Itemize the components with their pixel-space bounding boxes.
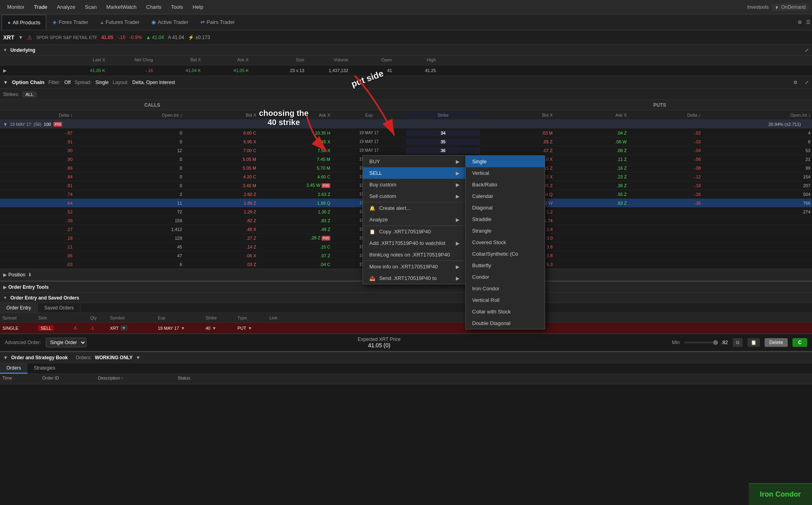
symbol-name[interactable]: XRT	[3, 34, 14, 41]
position-chevron[interactable]: ▶	[3, 272, 7, 278]
sub-strangle[interactable]: Strangle	[466, 225, 545, 237]
position-icon[interactable]: ⬇	[28, 272, 32, 278]
ctx-send-to[interactable]: 📤 Send .XRT170519P40 to ▶	[363, 272, 466, 284]
fc-bid-c[interactable]: 5.05 M	[184, 165, 258, 171]
tab-pairs-trader[interactable]: ⇌ Pairs Trader	[195, 15, 241, 30]
adv-order-select[interactable]: Single Order	[46, 338, 86, 347]
fc-ask-c[interactable]: 5.70 M	[258, 165, 332, 171]
ctx-copy[interactable]: 📋 Copy .XRT170519P40	[363, 225, 466, 237]
fc-ask-p[interactable]	[554, 211, 628, 213]
sub-straddle[interactable]: Straddle	[466, 213, 545, 225]
fc-ask-p[interactable]: .04 Z	[554, 130, 628, 136]
expand-arrow[interactable]: ▶	[3, 68, 6, 73]
oe-sub-header[interactable]: ▼ Order Entry and Saved Orders	[0, 293, 812, 303]
tab-saved-orders[interactable]: Saved Orders	[38, 303, 80, 313]
strikes-all-btn[interactable]: ALL	[22, 91, 37, 98]
fc-ask-c[interactable]: .28 Z P05	[258, 235, 332, 241]
dropdown-arrow[interactable]: ▼	[18, 35, 23, 40]
ctx-more-info[interactable]: More info on .XRT170519P40 ▶	[363, 260, 466, 272]
fc-ask-p[interactable]: .11 Z	[554, 156, 628, 162]
fc-ask-c[interactable]: 9.45 X	[258, 139, 332, 145]
fc-ask-p[interactable]: .36 Z	[554, 182, 628, 189]
ctx-analyze[interactable]: Analyze ▶	[363, 214, 466, 225]
fc-ask-p[interactable]	[554, 229, 628, 230]
fc-bid-c[interactable]: .14 Z	[184, 244, 258, 250]
sub-diagonal[interactable]: Diagonal	[466, 202, 545, 213]
sub-calendar[interactable]: Calendar	[466, 190, 545, 202]
sub-butterfly[interactable]: Butterfly	[466, 260, 545, 271]
tab-all-products[interactable]: ● All Products	[2, 15, 46, 30]
fc-ask-c[interactable]: 7.50 X	[258, 147, 332, 154]
fc-ask-p[interactable]	[554, 255, 628, 256]
fc-bid-c[interactable]: 3.40 M	[184, 182, 258, 189]
sub-vertical[interactable]: Vertical	[466, 167, 545, 179]
sort-arrow[interactable]: ↑	[121, 376, 124, 380]
oc-layout-value[interactable]: Delta, Open Interest	[132, 80, 175, 85]
tab-active-trader[interactable]: ◉ Active Trader	[146, 15, 194, 30]
fc-ask-p[interactable]	[554, 246, 628, 248]
fc-ask-p[interactable]: .55 Z	[554, 191, 628, 198]
tab-order-entry[interactable]: Order Entry	[0, 303, 38, 313]
fc-ask-p[interactable]: .06 W	[554, 139, 628, 145]
oc-filter-value[interactable]: Off	[65, 80, 71, 85]
ctx-buy-custom[interactable]: Buy custom ▶	[363, 179, 466, 190]
position-label[interactable]: Position	[8, 272, 25, 278]
ctx-add-watchlist[interactable]: Add .XRT170519P40 to watchlist ▶	[363, 237, 466, 249]
fc-ask-c[interactable]: .83 Z	[258, 217, 332, 224]
fc-bid-c[interactable]: 1.29 Z	[184, 209, 258, 215]
layout-icon[interactable]: ☰	[806, 20, 810, 25]
ctx-sell[interactable]: SELL ▶	[363, 167, 466, 179]
fc-ask-p[interactable]: .16 Z	[554, 165, 628, 171]
sub-single[interactable]: Single	[466, 156, 545, 167]
fc-ask-c[interactable]: 1.89 Q	[258, 200, 332, 206]
fc-bid-c[interactable]: 7.00 C	[184, 147, 258, 154]
menu-item-analyze[interactable]: Analyze	[53, 2, 79, 12]
fc-ask-c[interactable]: 1.30 Z	[258, 209, 332, 215]
expiry-header[interactable]: ▼ 19 MAY 17 (56) 100 P05 20.94% (±2.711)	[0, 120, 812, 129]
chain-row[interactable]: .91 0 6.95 X 9.45 X 19 MAY 17 35 .05 Z .…	[0, 137, 812, 146]
chain-row[interactable]: -.87 0 8.60 C 10.35 H 19 MAY 17 34 .03 M…	[0, 129, 812, 137]
tab-orders[interactable]: Orders	[0, 363, 27, 374]
fc-ask-p[interactable]	[554, 237, 628, 239]
menu-item-tools[interactable]: Tools	[167, 2, 187, 12]
fc-bid-c[interactable]: 6.95 X	[184, 139, 258, 145]
ob-chevron[interactable]: ▼	[3, 355, 8, 360]
fc-bid-c[interactable]: .48 X	[184, 226, 258, 233]
menu-item-help[interactable]: Help	[188, 2, 207, 12]
fc-ask-c[interactable]: .07 Z	[258, 252, 332, 259]
oe-chevron[interactable]: ▶	[3, 284, 7, 290]
fc-ask-c[interactable]: 2.63 Z	[258, 191, 332, 198]
delete-button[interactable]: Delete	[765, 338, 788, 347]
fc-ask-p[interactable]	[554, 264, 628, 265]
underlying-section-header[interactable]: ▼ Underlying ⤢	[0, 45, 812, 56]
fc-bid-c[interactable]: 4.20 C	[184, 174, 258, 180]
fc-bid-c[interactable]: .27 Z	[184, 235, 258, 241]
expiry-arrow[interactable]: ▼	[3, 122, 8, 127]
fc-strike[interactable]: 36	[406, 147, 480, 154]
sub-covered-stock[interactable]: Covered Stock	[466, 237, 545, 248]
price-slider-handle[interactable]	[713, 340, 718, 345]
sub-condor[interactable]: Condor	[466, 271, 545, 283]
sub-collar-stock[interactable]: Collar with Stock	[466, 306, 545, 317]
tab-futures-trader[interactable]: ⟁ Futures Trader	[95, 15, 145, 30]
sub-collar[interactable]: Collar/Synthetic (Co	[466, 248, 545, 260]
menu-item-charts[interactable]: Charts	[142, 2, 165, 12]
fc-ask-c[interactable]: .04 C	[258, 261, 332, 268]
fc-bid-p[interactable]: .05 Z	[480, 139, 554, 145]
menu-item-trade[interactable]: Trade	[30, 2, 51, 12]
tab-strategies[interactable]: Strategies	[27, 363, 62, 374]
fc-bid-p[interactable]: .07 Z	[480, 147, 554, 154]
settings-icon[interactable]: ⚙	[798, 20, 802, 25]
fc-bid-c[interactable]: .03 Z	[184, 261, 258, 268]
ob-filter-value[interactable]: WORKING ONLY	[95, 355, 133, 360]
ctx-create-alert[interactable]: 🔔 Create alert...	[363, 202, 466, 214]
menu-item-marketwatch[interactable]: MarketWatch	[102, 2, 141, 12]
fc-ask-p[interactable]: .23 Z	[554, 174, 628, 180]
investools-link[interactable]: Investools	[747, 4, 769, 10]
ctx-buy[interactable]: BUY ▶	[363, 156, 466, 167]
confirm-button[interactable]: C	[792, 338, 807, 347]
menu-item-scan[interactable]: Scan	[81, 2, 101, 12]
fc-bid-c[interactable]: .82 Z	[184, 217, 258, 224]
fc-strike[interactable]: 35	[406, 139, 480, 145]
fc-bid-c[interactable]: 8.60 C	[184, 130, 258, 136]
